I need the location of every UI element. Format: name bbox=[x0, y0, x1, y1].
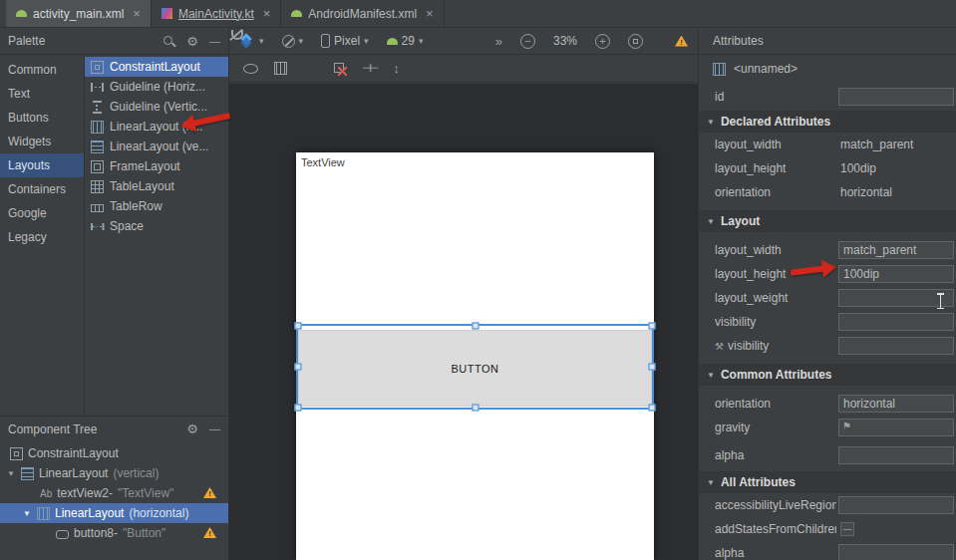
close-icon[interactable]: × bbox=[426, 7, 434, 20]
section-collapse-icon[interactable]: ▼ bbox=[707, 371, 715, 380]
view-options-button eye-icon[interactable] bbox=[243, 64, 258, 74]
orientation-row: orientation bbox=[699, 392, 956, 416]
palette-body: Common Text Buttons Widgets Layouts Cont… bbox=[0, 56, 228, 416]
palette-item-framelayout[interactable]: FrameLayout bbox=[85, 156, 228, 176]
tree-node-textview2[interactable]: Ab textView2- "TextView" ! bbox=[0, 483, 228, 503]
resize-handle[interactable] bbox=[472, 405, 478, 412]
palette-category-google[interactable]: Google bbox=[0, 201, 84, 225]
resize-handle[interactable] bbox=[649, 323, 656, 330]
show-constraints-button[interactable] bbox=[274, 62, 287, 75]
attr-value: 100dip bbox=[840, 161, 876, 175]
flag-icon[interactable]: ⚑ bbox=[842, 420, 851, 431]
gear-icon[interactable]: ⚙ bbox=[186, 35, 198, 48]
zoom-level: 33% bbox=[553, 34, 577, 48]
attr-value: horizontal bbox=[840, 185, 892, 199]
visibility-input[interactable] bbox=[838, 313, 954, 331]
tab-activity-main-xml[interactable]: activity_main.xml × bbox=[6, 0, 152, 27]
wrench-icon: ⚒ bbox=[715, 341, 724, 352]
selected-component-row[interactable]: <unnamed> bbox=[699, 55, 956, 83]
palette-item-constraintlayout[interactable]: ConstraintLayout bbox=[85, 57, 228, 77]
clear-constraints-button[interactable] bbox=[333, 62, 346, 75]
alpha-input[interactable] bbox=[838, 446, 954, 464]
text-cursor bbox=[936, 293, 945, 309]
linearlayout-horizontal-icon bbox=[37, 507, 50, 520]
palette-category-common[interactable]: Common bbox=[0, 58, 84, 82]
gravity-input[interactable] bbox=[838, 419, 954, 436]
phone-icon bbox=[321, 34, 330, 48]
resize-handle[interactable] bbox=[649, 364, 656, 371]
align-horizontal-button[interactable]: ⊣⊢ bbox=[362, 63, 377, 74]
section-collapse-icon[interactable]: ▼ bbox=[707, 118, 715, 127]
api-version-selector[interactable]: 29 ▾ bbox=[387, 34, 424, 48]
resize-handle[interactable] bbox=[295, 364, 302, 371]
palette-category-legacy[interactable]: Legacy bbox=[0, 225, 84, 249]
palette-item-guideline-horizontal[interactable]: Guideline (Horiz... bbox=[85, 77, 228, 97]
tab-androidmanifest-xml[interactable]: AndroidManifest.xml × bbox=[281, 0, 444, 27]
warnings-button[interactable]: ! bbox=[675, 36, 688, 47]
resize-handle[interactable] bbox=[295, 405, 302, 412]
alpha-all-input[interactable] bbox=[838, 544, 954, 560]
toolbar-overflow-icon[interactable]: » bbox=[495, 35, 502, 48]
resize-handle[interactable] bbox=[472, 323, 478, 330]
tree-node-constraintlayout[interactable]: ConstraintLayout bbox=[0, 443, 228, 463]
tab-label: MainActivity.kt bbox=[178, 7, 254, 21]
section-layout[interactable]: ▼ Layout bbox=[699, 210, 956, 232]
id-input[interactable] bbox=[838, 88, 954, 106]
palette-category-layouts[interactable]: Layouts bbox=[0, 153, 84, 177]
tab-label: AndroidManifest.xml bbox=[308, 7, 417, 21]
palette-item-space[interactable]: Space bbox=[85, 216, 228, 236]
gear-icon[interactable]: ⚙ bbox=[186, 422, 198, 435]
palette-category-text[interactable]: Text bbox=[0, 82, 84, 106]
framelayout-icon bbox=[91, 160, 104, 173]
attributes-header: Attributes bbox=[699, 28, 956, 55]
chevron-down-icon: ▾ bbox=[259, 36, 264, 46]
section-all-attributes[interactable]: ▼ All Attributes bbox=[699, 471, 956, 493]
orientation-selector[interactable]: ▾ bbox=[282, 35, 304, 48]
section-collapse-icon[interactable]: ▼ bbox=[707, 217, 715, 226]
accessibility-live-region-input[interactable] bbox=[838, 496, 954, 514]
device-selector[interactable]: Pixel ▾ bbox=[321, 34, 369, 48]
palette-item-tablelayout[interactable]: TableLayout bbox=[85, 176, 228, 196]
palette-category-widgets[interactable]: Widgets bbox=[0, 130, 84, 153]
orientation-input[interactable] bbox=[838, 395, 954, 413]
tab-mainactivity-kt[interactable]: MainActivity.kt × bbox=[152, 0, 281, 27]
zoom-out-button[interactable]: − bbox=[520, 34, 535, 49]
tree-node-linearlayout-vertical[interactable]: ▼ LinearLayout (vertical) bbox=[0, 463, 228, 483]
canvas-textview[interactable]: TextView bbox=[301, 156, 345, 168]
palette-category-containers[interactable]: Containers bbox=[0, 177, 84, 201]
chevron-expanded-icon[interactable]: ▼ bbox=[22, 509, 32, 518]
tree-node-button8[interactable]: button8- "Button" ! bbox=[0, 523, 228, 543]
tools-visibility-row: ⚒ visibility bbox=[699, 334, 956, 358]
hide-panel-icon[interactable]: — bbox=[209, 36, 220, 47]
resize-handle[interactable] bbox=[649, 405, 656, 412]
close-icon[interactable]: × bbox=[133, 7, 141, 20]
palette-category-buttons[interactable]: Buttons bbox=[0, 106, 84, 130]
section-declared-attributes[interactable]: ▼ Declared Attributes bbox=[699, 111, 956, 133]
zoom-to-fit-button[interactable] bbox=[628, 34, 643, 49]
design-surface[interactable]: TextView BUTTON bbox=[229, 84, 698, 560]
section-collapse-icon[interactable]: ▼ bbox=[707, 478, 715, 487]
autoconnect-off-button magnet-icon[interactable] bbox=[303, 62, 317, 76]
layout-weight-row: layout_weight bbox=[699, 286, 956, 310]
tablerow-icon bbox=[91, 204, 104, 212]
tree-node-linearlayout-horizontal[interactable]: ▼ LinearLayout (horizontal) bbox=[0, 503, 228, 523]
layout-width-input[interactable] bbox=[838, 241, 954, 259]
circle-slash-icon bbox=[282, 35, 295, 48]
accessibility-live-region-row: accessibilityLiveRegion bbox=[699, 493, 956, 517]
zoom-in-button[interactable]: + bbox=[595, 34, 610, 49]
layout-height-input[interactable] bbox=[838, 265, 954, 283]
section-common-attributes[interactable]: ▼ Common Attributes bbox=[699, 364, 956, 386]
chevron-expanded-icon[interactable]: ▼ bbox=[6, 469, 16, 478]
palette-item-tablerow[interactable]: TableRow bbox=[85, 196, 228, 216]
declared-layout-height-row: layout_height 100dip bbox=[699, 156, 956, 180]
add-states-from-children-checkbox[interactable]: — bbox=[840, 522, 854, 536]
expand-vertical-button[interactable]: ↕ bbox=[393, 62, 400, 75]
close-icon[interactable]: × bbox=[263, 7, 271, 20]
tools-visibility-input[interactable] bbox=[838, 337, 954, 355]
search-icon[interactable] bbox=[162, 35, 175, 48]
warning-icon: ! bbox=[203, 487, 216, 498]
hide-panel-icon[interactable]: — bbox=[209, 423, 220, 434]
device-screen[interactable]: TextView BUTTON bbox=[296, 152, 654, 560]
resize-handle[interactable] bbox=[295, 323, 302, 330]
palette-item-linearlayout-vertical[interactable]: LinearLayout (ve... bbox=[85, 137, 228, 156]
